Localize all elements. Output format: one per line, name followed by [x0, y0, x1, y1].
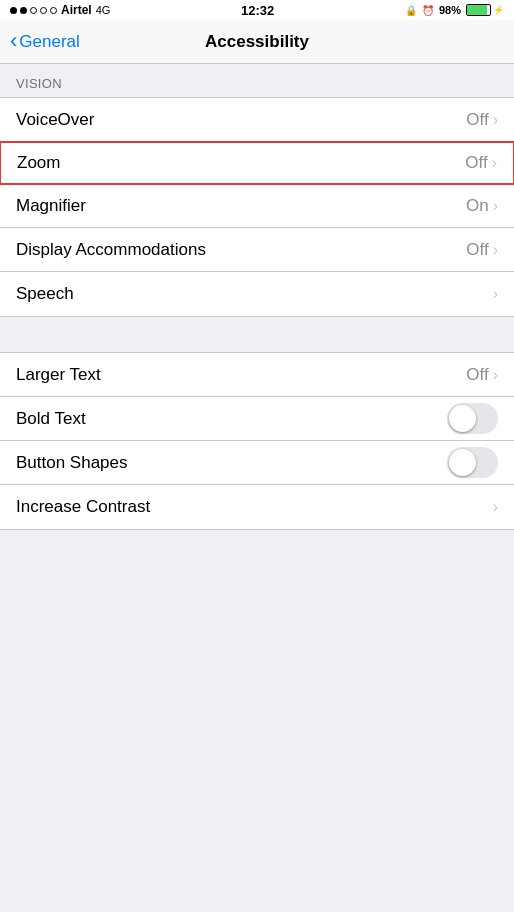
magnifier-right: On ›	[466, 196, 498, 216]
display-accommodations-chevron-icon: ›	[493, 241, 498, 259]
battery-bolt-icon: ⚡	[493, 5, 504, 15]
larger-text-label: Larger Text	[16, 365, 101, 385]
signal-dot-3	[30, 7, 37, 14]
speech-row[interactable]: Speech ›	[0, 272, 514, 316]
back-button[interactable]: ‹ General	[10, 32, 80, 52]
display-accommodations-label: Display Accommodations	[16, 240, 206, 260]
display-accommodations-value: Off	[466, 240, 488, 260]
back-label: General	[19, 32, 79, 52]
zoom-right: Off ›	[465, 153, 497, 173]
zoom-row[interactable]: Zoom Off ›	[0, 141, 514, 185]
display-accommodations-row[interactable]: Display Accommodations Off ›	[0, 228, 514, 272]
voiceover-value: Off	[466, 110, 488, 130]
display-accommodations-right: Off ›	[466, 240, 498, 260]
increase-contrast-label: Increase Contrast	[16, 497, 150, 517]
button-shapes-toggle[interactable]	[447, 447, 498, 478]
magnifier-value: On	[466, 196, 489, 216]
button-shapes-label: Button Shapes	[16, 453, 128, 473]
zoom-label: Zoom	[17, 153, 60, 173]
bold-text-row[interactable]: Bold Text	[0, 397, 514, 441]
voiceover-chevron-icon: ›	[493, 111, 498, 129]
speech-label: Speech	[16, 284, 74, 304]
magnifier-row[interactable]: Magnifier On ›	[0, 184, 514, 228]
speech-right: ›	[493, 285, 498, 303]
status-bar: Airtel 4G 12:32 98% ⚡	[0, 0, 514, 20]
battery-fill	[467, 5, 487, 15]
section-header-vision: VISION	[0, 64, 514, 97]
larger-text-row[interactable]: Larger Text Off ›	[0, 353, 514, 397]
speech-chevron-icon: ›	[493, 285, 498, 303]
magnifier-chevron-icon: ›	[493, 197, 498, 215]
larger-text-right: Off ›	[466, 365, 498, 385]
status-right: 98% ⚡	[405, 4, 504, 16]
magnifier-label: Magnifier	[16, 196, 86, 216]
section-spacer	[0, 317, 514, 352]
text-group: Larger Text Off › Bold Text Button Shape…	[0, 352, 514, 530]
larger-text-chevron-icon: ›	[493, 366, 498, 384]
time-label: 12:32	[241, 3, 274, 18]
voiceover-row[interactable]: VoiceOver Off ›	[0, 98, 514, 142]
battery-indicator: ⚡	[466, 4, 504, 16]
button-shapes-row[interactable]: Button Shapes	[0, 441, 514, 485]
larger-text-value: Off	[466, 365, 488, 385]
voiceover-label: VoiceOver	[16, 110, 94, 130]
lock-icon	[405, 4, 417, 16]
signal-dot-2	[20, 7, 27, 14]
signal-dot-1	[10, 7, 17, 14]
zoom-value: Off	[465, 153, 487, 173]
bold-text-label: Bold Text	[16, 409, 86, 429]
voiceover-right: Off ›	[466, 110, 498, 130]
bold-text-toggle-knob	[449, 405, 476, 432]
signal-dot-4	[40, 7, 47, 14]
page-title: Accessibility	[205, 32, 309, 52]
signal-dots	[10, 7, 57, 14]
vision-group: VoiceOver Off › Zoom Off › Magnifier On …	[0, 97, 514, 317]
increase-contrast-row[interactable]: Increase Contrast ›	[0, 485, 514, 529]
zoom-chevron-icon: ›	[492, 154, 497, 172]
alarm-icon	[422, 4, 434, 16]
signal-dot-5	[50, 7, 57, 14]
nav-bar: ‹ General Accessibility	[0, 20, 514, 64]
status-left: Airtel 4G	[10, 3, 110, 17]
bold-text-toggle[interactable]	[447, 403, 498, 434]
button-shapes-toggle-knob	[449, 449, 476, 476]
content-area: VISION VoiceOver Off › Zoom Off › Magnif…	[0, 64, 514, 530]
increase-contrast-chevron-icon: ›	[493, 498, 498, 516]
carrier-label: Airtel	[61, 3, 92, 17]
battery-percent: 98%	[439, 4, 461, 16]
increase-contrast-right: ›	[493, 498, 498, 516]
back-chevron-icon: ‹	[10, 30, 17, 52]
battery-bar	[466, 4, 491, 16]
network-label: 4G	[96, 4, 111, 16]
